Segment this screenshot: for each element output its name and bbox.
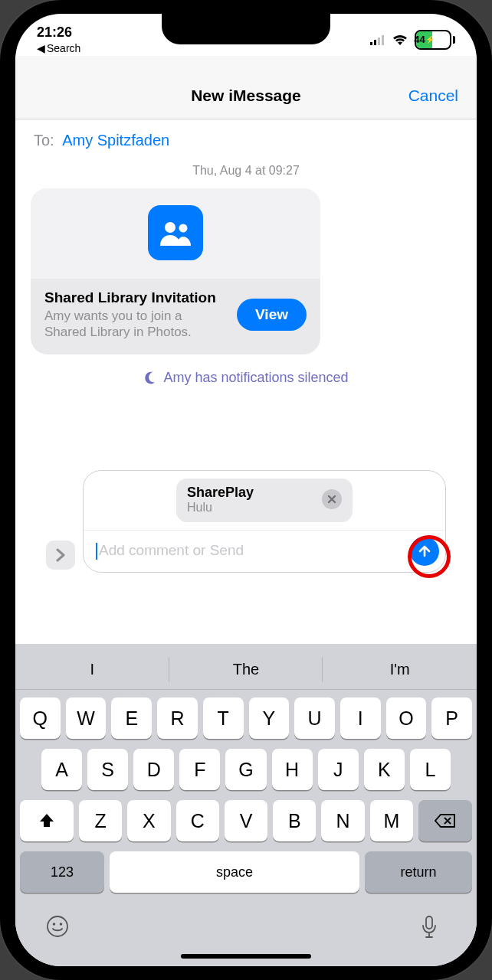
backspace-icon — [435, 813, 456, 828]
notch — [162, 14, 330, 44]
arrow-up-icon — [417, 544, 432, 559]
emoji-button[interactable] — [46, 915, 69, 943]
silenced-text: Amy has notifications silenced — [163, 370, 348, 386]
key-z[interactable]: Z — [79, 800, 122, 841]
key-s[interactable]: S — [87, 749, 128, 790]
key-k[interactable]: K — [364, 749, 405, 790]
card-title: Shared Library Invitation — [44, 289, 228, 306]
svg-point-4 — [165, 222, 175, 233]
compose-area: SharePlay Hulu Add comment or Send — [31, 470, 461, 580]
key-m[interactable]: M — [370, 800, 413, 841]
key-v[interactable]: V — [225, 800, 267, 841]
to-label: To: — [34, 132, 54, 149]
key-r[interactable]: R — [157, 697, 198, 739]
svg-point-5 — [179, 224, 188, 233]
compose-bubble: SharePlay Hulu Add comment or Send — [83, 470, 446, 573]
key-row-3: Z X C V B N M — [20, 800, 472, 841]
key-row-1: Q W E R T Y U I O P — [20, 697, 472, 739]
wifi-icon — [392, 34, 408, 46]
key-u[interactable]: U — [294, 697, 335, 739]
view-button[interactable]: View — [237, 299, 307, 331]
moon-icon — [143, 371, 157, 384]
key-a[interactable]: A — [41, 749, 82, 790]
status-back-to-search[interactable]: ◀ Search — [37, 42, 80, 54]
predictive-row: I The I'm — [15, 650, 477, 690]
attachment-title: SharePlay — [187, 485, 254, 501]
notifications-silenced[interactable]: Amy has notifications silenced — [31, 354, 461, 401]
key-f[interactable]: F — [179, 749, 220, 790]
numbers-key[interactable]: 123 — [20, 851, 104, 893]
attachment-subtitle: Hulu — [187, 501, 254, 514]
shift-icon — [38, 812, 55, 829]
send-button[interactable] — [410, 537, 439, 566]
to-field[interactable]: To: Amy Spitzfaden — [15, 119, 477, 159]
key-h[interactable]: H — [272, 749, 313, 790]
cancel-button[interactable]: Cancel — [408, 87, 458, 105]
key-q[interactable]: Q — [20, 697, 61, 739]
key-row-4: 123 space return — [20, 851, 472, 893]
home-indicator[interactable] — [181, 954, 311, 959]
card-subtitle: Amy wants you to join a Shared Library i… — [44, 308, 228, 341]
svg-rect-1 — [374, 40, 376, 45]
expand-apps-button[interactable] — [46, 541, 75, 570]
shareplay-attachment[interactable]: SharePlay Hulu — [176, 479, 353, 522]
card-preview — [31, 188, 320, 279]
people-icon — [148, 205, 203, 260]
key-x[interactable]: X — [127, 800, 170, 841]
suggestion-1[interactable]: I — [15, 650, 169, 689]
mic-icon — [420, 915, 438, 939]
key-j[interactable]: J — [318, 749, 359, 790]
key-o[interactable]: O — [386, 697, 427, 739]
message-input[interactable]: Add comment or Send — [96, 542, 410, 560]
space-key[interactable]: space — [110, 851, 359, 893]
svg-rect-3 — [382, 35, 384, 45]
keyboard: I The I'm Q W E R T Y U I O P A — [15, 644, 477, 966]
svg-point-8 — [60, 923, 63, 926]
to-recipient[interactable]: Amy Spitzfaden — [62, 132, 169, 149]
message-thread: Thu, Aug 4 at 09:27 Shared Library Invit… — [15, 159, 477, 644]
nav-header: New iMessage Cancel — [15, 56, 477, 119]
suggestion-2[interactable]: The — [169, 650, 323, 689]
dictation-button[interactable] — [420, 915, 438, 943]
svg-point-6 — [48, 916, 67, 936]
remove-attachment-button[interactable] — [322, 489, 342, 509]
key-row-2: A S D F G H J K L — [20, 749, 472, 790]
message-timestamp: Thu, Aug 4 at 09:27 — [31, 164, 461, 178]
key-c[interactable]: C — [176, 800, 219, 841]
key-p[interactable]: P — [431, 697, 472, 739]
back-label: Search — [47, 42, 80, 54]
key-b[interactable]: B — [273, 800, 316, 841]
svg-rect-9 — [426, 916, 432, 929]
key-t[interactable]: T — [203, 697, 244, 739]
key-i[interactable]: I — [340, 697, 381, 739]
back-chevron-icon: ◀ — [37, 42, 45, 54]
screen: 21:26 ◀ Search 44⚡ New — [15, 14, 477, 966]
key-w[interactable]: W — [66, 697, 107, 739]
key-l[interactable]: L — [410, 749, 451, 790]
shared-library-card[interactable]: Shared Library Invitation Amy wants you … — [31, 188, 320, 354]
svg-rect-2 — [378, 38, 380, 45]
key-n[interactable]: N — [321, 800, 364, 841]
suggestion-3[interactable]: I'm — [323, 650, 477, 689]
battery-indicator: 44⚡ — [415, 30, 455, 50]
key-d[interactable]: D — [133, 749, 174, 790]
svg-rect-0 — [370, 42, 372, 45]
key-y[interactable]: Y — [249, 697, 290, 739]
svg-point-7 — [53, 923, 56, 926]
return-key[interactable]: return — [365, 851, 472, 893]
key-e[interactable]: E — [111, 697, 152, 739]
shift-key[interactable] — [20, 800, 74, 841]
key-g[interactable]: G — [225, 749, 266, 790]
device-frame: 21:26 ◀ Search 44⚡ New — [0, 0, 492, 980]
emoji-icon — [46, 915, 69, 938]
cellular-icon — [370, 34, 385, 45]
status-time: 21:26 — [37, 24, 80, 41]
page-title: New iMessage — [191, 87, 301, 105]
backspace-key[interactable] — [418, 800, 472, 841]
